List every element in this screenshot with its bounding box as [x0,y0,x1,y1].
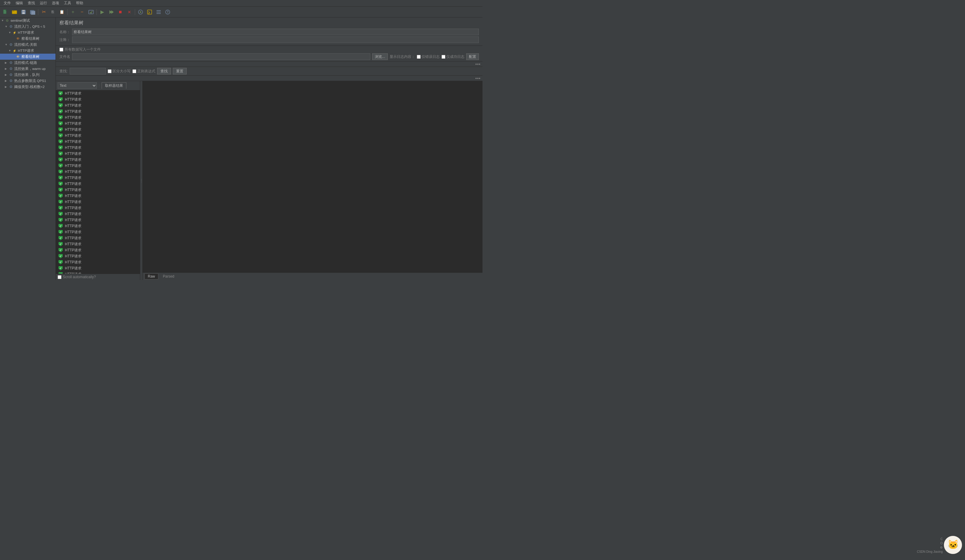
requests-list[interactable]: HTTP请求 HTTP请求 HTTP请求 HTTP请求 [56,90,140,274]
tree-flow4[interactable]: ▶ ⚙ 流控效果，warm up [0,66,56,72]
menu-help[interactable]: 帮助 [74,0,86,7]
regex-label[interactable]: 正则表达式 [132,69,155,74]
request-item[interactable]: HTTP请求 [56,181,140,187]
play-btn[interactable]: ▶ [98,8,106,16]
tree-view2-selected[interactable]: 👁 察看结果树 [0,54,56,60]
error-log-checkbox[interactable] [417,55,421,59]
error-log-label[interactable]: 仅错误日志 [417,54,440,59]
request-item[interactable]: HTTP请求 [56,235,140,241]
menu-run[interactable]: 运行 [38,0,49,7]
browse-file-btn[interactable]: 浏览... [372,53,388,60]
browse-btn2[interactable] [87,8,95,16]
request-item[interactable]: HTTP请求 [56,169,140,175]
request-item[interactable]: HTTP请求 [56,151,140,157]
case-sensitive-label[interactable]: 区分大小写 [108,69,131,74]
request-item[interactable]: HTTP请求 [56,163,140,169]
name-input[interactable] [72,29,479,35]
request-item[interactable]: HTTP请求 [56,247,140,253]
sep1 [38,9,38,15]
request-item[interactable]: HTTP请求 [56,139,140,145]
vertical-resize-handle[interactable] [140,81,142,280]
add-btn[interactable]: + [69,8,77,16]
request-item[interactable]: HTTP请求 [56,241,140,247]
reset-btn[interactable]: 重置 [173,68,186,74]
tree-http1[interactable]: ▼ ⚡ HTTP请求 [0,29,56,36]
request-item[interactable]: HTTP请求 [56,175,140,181]
tools-btn[interactable] [154,8,163,16]
menu-options[interactable]: 选项 [49,0,62,7]
request-item[interactable]: HTTP请求 [56,217,140,223]
tab-raw[interactable]: Raw [144,273,158,279]
request-label-7: HTTP请求 [65,133,82,138]
tree-view1[interactable]: 👁 察看结果树 [0,36,56,42]
request-item[interactable]: HTTP请求 [56,271,140,274]
menu-find[interactable]: 查找 [25,0,38,7]
request-item[interactable]: HTTP请求 [56,187,140,193]
file-all-checkbox[interactable] [59,47,63,52]
request-item[interactable]: HTTP请求 [56,108,140,114]
find-btn[interactable]: 查找 [157,68,171,74]
case-sensitive-checkbox[interactable] [108,69,111,73]
request-item[interactable]: HTTP请求 [56,223,140,229]
open-btn[interactable] [10,8,19,16]
script-btn[interactable] [146,8,154,16]
request-item[interactable]: HTTP请求 [56,96,140,103]
new-file-btn[interactable] [1,8,10,16]
menu-file[interactable]: 文件 [1,0,13,7]
scroll-auto-checkbox[interactable] [57,275,62,279]
success-log-checkbox[interactable] [442,55,445,59]
request-item[interactable]: HTTP请求 [56,114,140,121]
request-item[interactable]: HTTP请求 [56,199,140,205]
paste-btn[interactable]: 📋 [57,8,66,16]
success-badge-5 [59,121,63,126]
request-item[interactable]: HTTP请求 [56,103,140,108]
tree-flow1[interactable]: ▼ ⚙ 流控入门，QPS＜5 [0,23,56,29]
request-item[interactable]: HTTP请求 [56,121,140,127]
tree-flow3[interactable]: ▶ ⚙ 流控模式-链路 [0,60,56,66]
more-btn2[interactable]: ••• [475,76,481,81]
tree-flow5[interactable]: ▶ ⚙ 流控效果，队列 [0,72,56,78]
status-icon-8 [58,139,63,144]
tree-flow2[interactable]: ▼ ⚙ 流控模式-关联 [0,42,56,47]
request-item[interactable]: HTTP请求 [56,265,140,271]
menu-tools[interactable]: 工具 [62,0,74,7]
save-all-btn[interactable] [28,8,37,16]
tree-root[interactable]: ▼ ⚙ sentinel测试 [0,18,56,23]
regex-checkbox[interactable] [132,69,136,73]
copy-btn[interactable]: ⎘ [49,8,57,16]
request-item[interactable]: HTTP请求 [56,211,140,217]
rec-btn[interactable] [136,8,145,16]
request-item[interactable]: HTTP请求 [56,193,140,199]
request-item[interactable]: HTTP请求 [56,145,140,151]
sampler-result-tab[interactable]: 取样器结果 [101,82,126,89]
play-all-btn[interactable] [107,8,116,16]
tree-flow7[interactable]: ▶ ⚙ 阈值类型-线程数<2 [0,84,56,90]
stop-btn[interactable]: ⏹ [116,8,124,16]
request-item[interactable]: HTTP请求 [56,132,140,139]
remove-btn[interactable]: − [78,8,86,16]
menu-edit[interactable]: 编辑 [13,0,25,7]
search-input[interactable] [70,68,106,74]
menubar: 文件 编辑 查找 运行 选项 工具 帮助 [0,0,483,7]
cut-btn[interactable]: ✂ [39,8,48,16]
config-btn[interactable]: 配置 [466,53,479,60]
file-path-input[interactable] [72,53,370,60]
save-btn[interactable] [19,8,28,16]
status-icon-27 [58,254,63,259]
tab-parsed[interactable]: Parsed [160,273,178,279]
success-log-label[interactable]: 仅成功日志 [442,54,465,59]
more-btn1[interactable]: ••• [475,62,481,67]
request-item[interactable]: HTTP请求 [56,253,140,259]
request-item[interactable]: HTTP请求 [56,90,140,96]
type-select[interactable]: Text JSON XML HTML RegExp Tester CSS/JQu… [57,82,97,89]
tree-flow6[interactable]: ▶ ⚙ 热点参数限流 QPS1 [0,78,56,84]
request-item[interactable]: HTTP请求 [56,229,140,235]
request-item[interactable]: HTTP请求 [56,205,140,211]
request-item[interactable]: HTTP请求 [56,127,140,132]
request-item[interactable]: HTTP请求 [56,259,140,265]
tree-http2[interactable]: ▼ ⚡ HTTP请求 [0,47,56,54]
help-btn[interactable]: ? [164,8,172,16]
comment-input[interactable] [72,36,479,43]
request-item[interactable]: HTTP请求 [56,157,140,163]
close-btn[interactable]: ✕ [125,8,134,16]
